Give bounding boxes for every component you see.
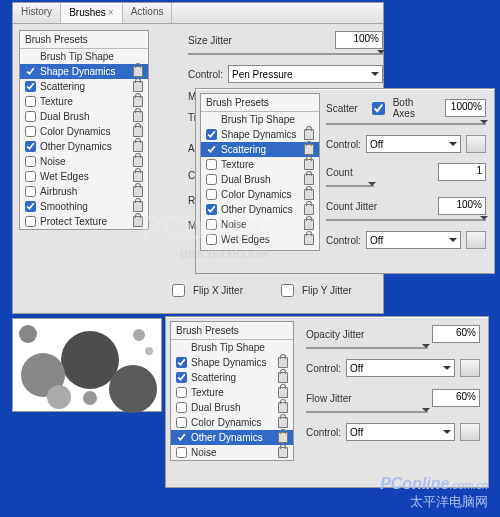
checkbox[interactable]: [176, 372, 187, 383]
checkbox[interactable]: [25, 201, 36, 212]
checkbox[interactable]: [25, 66, 36, 77]
flow-jitter-slider[interactable]: [306, 411, 428, 413]
preset-brush-tip-shape[interactable]: Brush Tip Shape: [20, 49, 148, 64]
both-axes-label: Both Axes: [393, 97, 430, 119]
preset-color-dynamics[interactable]: Color Dynamics: [171, 415, 293, 430]
lock-icon: [133, 96, 143, 107]
lock-icon: [304, 174, 314, 185]
lock-icon: [133, 126, 143, 137]
checkbox[interactable]: [25, 96, 36, 107]
options-button[interactable]: [466, 135, 486, 153]
preset-smoothing[interactable]: Smoothing: [20, 199, 148, 214]
count-slider[interactable]: [326, 185, 374, 187]
count-jitter-value[interactable]: 100%: [438, 197, 486, 215]
preset-wet-edges[interactable]: Wet Edges: [20, 169, 148, 184]
preset-other-dynamics[interactable]: Other Dynamics: [201, 202, 319, 217]
preset-noise[interactable]: Noise: [201, 217, 319, 232]
checkbox[interactable]: [206, 174, 217, 185]
presets-header[interactable]: Brush Presets: [20, 31, 148, 49]
checkbox[interactable]: [25, 141, 36, 152]
preset-wet-edges[interactable]: Wet Edges: [201, 232, 319, 247]
presets-header[interactable]: Brush Presets: [171, 322, 293, 340]
preset-noise[interactable]: Noise: [20, 154, 148, 169]
checkbox[interactable]: [206, 129, 217, 140]
preset-dual-brush[interactable]: Dual Brush: [201, 172, 319, 187]
control-label: Control:: [306, 427, 341, 438]
size-jitter-value[interactable]: 100%: [335, 31, 383, 49]
count-value[interactable]: 1: [438, 163, 486, 181]
preset-scattering[interactable]: Scattering: [20, 79, 148, 94]
preset-other-dynamics[interactable]: Other Dynamics: [20, 139, 148, 154]
preset-shape-dynamics[interactable]: Shape Dynamics: [20, 64, 148, 79]
checkbox[interactable]: [176, 432, 187, 443]
preset-brush-tip-shape[interactable]: Brush Tip Shape: [201, 112, 319, 127]
preset-protect-texture[interactable]: Protect Texture: [20, 214, 148, 229]
preset-brush-tip-shape[interactable]: Brush Tip Shape: [171, 340, 293, 355]
count-jitter-slider[interactable]: [326, 219, 486, 221]
flow-jitter-label: Flow Jitter: [306, 393, 352, 404]
checkbox[interactable]: [206, 189, 217, 200]
control-label: Control:: [188, 69, 223, 80]
preset-color-dynamics[interactable]: Color Dynamics: [20, 124, 148, 139]
preset-texture[interactable]: Texture: [171, 385, 293, 400]
checkbox[interactable]: [206, 234, 217, 245]
checkbox[interactable]: [206, 219, 217, 230]
checkbox[interactable]: [176, 357, 187, 368]
flip-x-checkbox[interactable]: [172, 284, 185, 297]
options-button[interactable]: [460, 423, 480, 441]
checkbox[interactable]: [25, 186, 36, 197]
preset-other-dynamics[interactable]: Other Dynamics: [171, 430, 293, 445]
opacity-jitter-slider[interactable]: [306, 347, 428, 349]
preset-noise[interactable]: Noise: [171, 445, 293, 460]
scatter-value[interactable]: 1000%: [445, 99, 486, 117]
both-axes-checkbox[interactable]: [372, 102, 385, 115]
checkbox[interactable]: [25, 216, 36, 227]
options-button[interactable]: [466, 231, 486, 249]
options-button[interactable]: [460, 359, 480, 377]
flow-jitter-value[interactable]: 60%: [432, 389, 480, 407]
preset-texture[interactable]: Texture: [201, 157, 319, 172]
checkbox[interactable]: [176, 417, 187, 428]
control-label: Control:: [326, 139, 361, 150]
brush-presets-list: Brush Presets Brush Tip Shape Shape Dyna…: [19, 30, 149, 230]
preset-color-dynamics[interactable]: Color Dynamics: [201, 187, 319, 202]
preset-airbrush[interactable]: Airbrush: [20, 184, 148, 199]
preset-texture[interactable]: Texture: [20, 94, 148, 109]
preset-dual-brush[interactable]: Dual Brush: [20, 109, 148, 124]
scatter-slider[interactable]: [326, 123, 486, 125]
scattering-presets-list: Brush Presets Brush Tip Shape Shape Dyna…: [200, 93, 320, 251]
brush-preview: [12, 318, 162, 412]
opacity-jitter-label: Opacity Jitter: [306, 329, 364, 340]
checkbox[interactable]: [25, 111, 36, 122]
opacity-control-select[interactable]: Off: [346, 359, 455, 377]
tab-history[interactable]: History: [13, 3, 61, 23]
checkbox[interactable]: [25, 126, 36, 137]
lock-icon: [304, 144, 314, 155]
preset-shape-dynamics[interactable]: Shape Dynamics: [171, 355, 293, 370]
tab-brushes[interactable]: Brushes×: [61, 3, 123, 23]
count-jitter-label: Count Jitter: [326, 201, 377, 212]
size-jitter-slider[interactable]: [188, 53, 383, 55]
tab-actions[interactable]: Actions: [123, 3, 173, 23]
checkbox[interactable]: [25, 171, 36, 182]
preset-scattering[interactable]: Scattering: [171, 370, 293, 385]
scatter-control-select[interactable]: Off: [366, 135, 461, 153]
control-select[interactable]: Pen Pressure: [228, 65, 383, 83]
checkbox[interactable]: [25, 81, 36, 92]
checkbox[interactable]: [206, 159, 217, 170]
flip-y-checkbox[interactable]: [281, 284, 294, 297]
checkbox[interactable]: [176, 447, 187, 458]
checkbox[interactable]: [206, 144, 217, 155]
preset-dual-brush[interactable]: Dual Brush: [171, 400, 293, 415]
checkbox[interactable]: [176, 402, 187, 413]
countjitter-control-select[interactable]: Off: [366, 231, 461, 249]
preset-shape-dynamics[interactable]: Shape Dynamics: [201, 127, 319, 142]
flow-control-select[interactable]: Off: [346, 423, 455, 441]
checkbox[interactable]: [176, 387, 187, 398]
preset-scattering[interactable]: Scattering: [201, 142, 319, 157]
checkbox[interactable]: [206, 204, 217, 215]
checkbox[interactable]: [25, 156, 36, 167]
opacity-jitter-value[interactable]: 60%: [432, 325, 480, 343]
presets-header[interactable]: Brush Presets: [201, 94, 319, 112]
close-icon[interactable]: ×: [108, 7, 114, 18]
